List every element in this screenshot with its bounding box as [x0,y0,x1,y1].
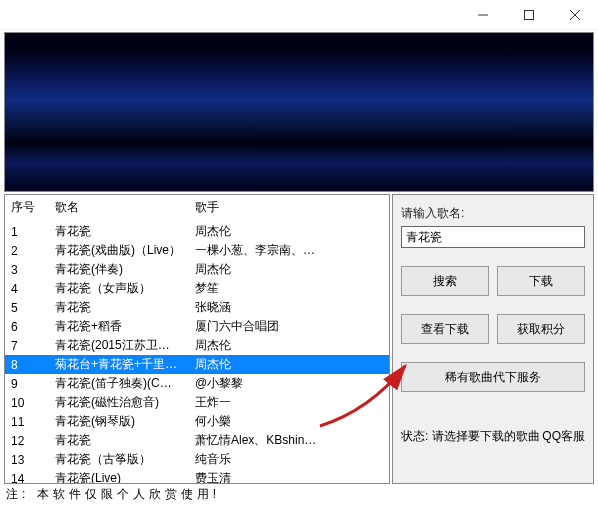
col-header-name[interactable]: 歌名 [49,195,189,222]
rare-service-button[interactable]: 稀有歌曲代下服务 [401,362,585,392]
cell-artist: 周杰伦 [189,222,389,241]
cell-n: 8 [5,355,49,374]
view-downloads-button[interactable]: 查看下载 [401,314,489,344]
table-row[interactable]: 7青花瓷(2015江苏卫…周杰伦 [5,336,389,355]
results-panel: 序号 歌名 歌手 1青花瓷周杰伦2青花瓷(戏曲版)（Live）一棵小葱、李宗南、… [4,194,390,484]
cell-artist: 何小樂 [189,412,389,431]
cell-name: 青花瓷(钢琴版) [49,412,189,431]
search-label: 请输入歌名: [401,205,585,222]
cell-artist: 萧忆情Alex、KBshin… [189,431,389,450]
cell-artist: 周杰伦 [189,355,389,374]
table-row[interactable]: 12青花瓷萧忆情Alex、KBshin… [5,431,389,450]
banner-image [4,32,594,192]
qq-support-link[interactable]: QQ客服 [542,428,585,445]
cell-name: 青花瓷(伴奏) [49,260,189,279]
cell-n: 5 [5,298,49,317]
cell-artist: 梦笙 [189,279,389,298]
cell-name: 青花瓷(戏曲版)（Live） [49,241,189,260]
table-row[interactable]: 9青花瓷(笛子独奏)(C…@小黎黎 [5,374,389,393]
table-row[interactable]: 10青花瓷(磁性治愈音)王炸一 [5,393,389,412]
svg-rect-1 [525,10,534,19]
cell-n: 9 [5,374,49,393]
table-row[interactable]: 13青花瓷（古筝版）纯音乐 [5,450,389,469]
cell-artist: 费玉清 [189,469,389,484]
cell-name: 青花瓷(磁性治愈音) [49,393,189,412]
cell-name: 青花瓷+稻香 [49,317,189,336]
cell-n: 11 [5,412,49,431]
cell-artist: 周杰伦 [189,336,389,355]
cell-n: 2 [5,241,49,260]
results-table[interactable]: 序号 歌名 歌手 1青花瓷周杰伦2青花瓷(戏曲版)（Live）一棵小葱、李宗南、… [5,195,389,484]
cell-name: 青花瓷（古筝版） [49,450,189,469]
get-points-button[interactable]: 获取积分 [497,314,585,344]
close-button[interactable] [552,0,598,30]
table-row[interactable]: 2青花瓷(戏曲版)（Live）一棵小葱、李宗南、… [5,241,389,260]
cell-artist: 周杰伦 [189,260,389,279]
maximize-button[interactable] [506,0,552,30]
cell-artist: 王炸一 [189,393,389,412]
cell-name: 青花瓷 [49,222,189,241]
search-button[interactable]: 搜索 [401,266,489,296]
window-titlebar [0,0,598,30]
table-row[interactable]: 3青花瓷(伴奏)周杰伦 [5,260,389,279]
cell-name: 青花瓷(2015江苏卫… [49,336,189,355]
table-row[interactable]: 14青花瓷(Live)费玉清 [5,469,389,484]
cell-name: 青花瓷 [49,298,189,317]
table-row[interactable]: 6青花瓷+稻香厦门六中合唱团 [5,317,389,336]
cell-artist: 纯音乐 [189,450,389,469]
cell-name: 青花瓷(Live) [49,469,189,484]
cell-name: 青花瓷(笛子独奏)(C… [49,374,189,393]
footer-note: 注: 本软件仅限个人欣赏使用! [6,484,592,503]
cell-n: 13 [5,450,49,469]
col-header-num[interactable]: 序号 [5,195,49,222]
col-header-artist[interactable]: 歌手 [189,195,389,222]
cell-name: 青花瓷 [49,431,189,450]
cell-n: 6 [5,317,49,336]
download-button[interactable]: 下载 [497,266,585,296]
table-row[interactable]: 8菊花台+青花瓷+千里…周杰伦 [5,355,389,374]
cell-artist: 厦门六中合唱团 [189,317,389,336]
cell-n: 7 [5,336,49,355]
cell-n: 1 [5,222,49,241]
cell-name: 菊花台+青花瓷+千里… [49,355,189,374]
table-header-row: 序号 歌名 歌手 [5,195,389,222]
cell-n: 10 [5,393,49,412]
search-panel: 请输入歌名: 搜索 下载 查看下载 获取积分 稀有歌曲代下服务 状态: 请选择要… [392,194,594,484]
table-row[interactable]: 5青花瓷张晓涵 [5,298,389,317]
table-row[interactable]: 1青花瓷周杰伦 [5,222,389,241]
table-row[interactable]: 4青花瓷（女声版）梦笙 [5,279,389,298]
table-row[interactable]: 11青花瓷(钢琴版)何小樂 [5,412,389,431]
cell-n: 14 [5,469,49,484]
cell-n: 3 [5,260,49,279]
cell-artist: 一棵小葱、李宗南、… [189,241,389,260]
search-input[interactable] [401,226,585,248]
status-text: 状态: 请选择要下载的歌曲 [401,428,540,445]
minimize-button[interactable] [460,0,506,30]
cell-artist: @小黎黎 [189,374,389,393]
cell-artist: 张晓涵 [189,298,389,317]
cell-name: 青花瓷（女声版） [49,279,189,298]
cell-n: 12 [5,431,49,450]
cell-n: 4 [5,279,49,298]
